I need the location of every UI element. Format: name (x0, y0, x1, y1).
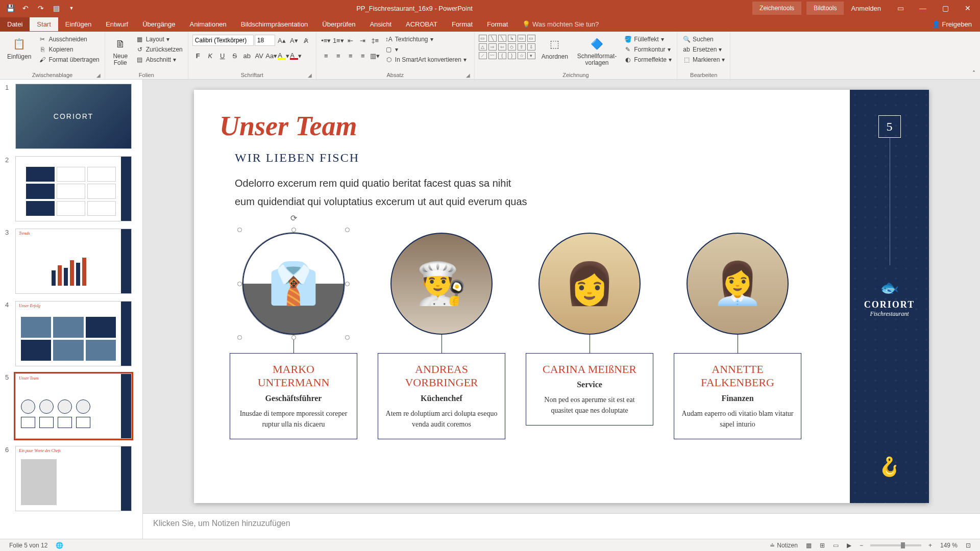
notes-pane[interactable]: Klicken Sie, um Notizen hinzuzufügen (143, 513, 980, 539)
shape-rect2-icon[interactable]: ▭ (518, 35, 526, 42)
team-info-box-4[interactable]: ANNETTE FALKENBERG Finanzen Audam eaperr… (674, 353, 801, 439)
tab-format-drawing[interactable]: Format (445, 17, 480, 31)
tab-animations[interactable]: Animationen (183, 17, 234, 31)
sorter-view-button[interactable]: ⊞ (816, 542, 829, 549)
slideshow-icon[interactable]: ▤ (50, 2, 62, 14)
strikethrough-button[interactable]: S (229, 50, 240, 61)
shape-arrow-icon[interactable]: ⇨ (488, 43, 497, 51)
shape-brace-icon[interactable]: { (498, 52, 506, 59)
columns-button[interactable]: ▥▾ (370, 50, 381, 61)
tab-slideshow[interactable]: Bildschirmpräsentation (234, 17, 315, 31)
thumbnail-5[interactable]: 5 Unser Team (5, 373, 137, 439)
slideshow-view-button[interactable]: ▶ (843, 542, 855, 549)
maximize-icon[interactable]: ▢ (935, 0, 955, 16)
contextual-tab-drawing[interactable]: Zeichentools (752, 2, 801, 15)
resize-handle[interactable] (291, 335, 296, 340)
fit-to-window-button[interactable]: ⊡ (962, 542, 975, 549)
quick-styles-button[interactable]: 🔷 Schnellformat- vorlagen (574, 35, 620, 67)
highlight-button[interactable]: A▾ (278, 50, 289, 61)
increase-indent-button[interactable]: ⇥ (357, 35, 369, 46)
canvas-scroll[interactable]: Unser Team WIR LIEBEN FISCH Odelorro exc… (143, 80, 980, 513)
minimize-icon[interactable]: — (913, 0, 933, 16)
numbering-button[interactable]: 1≡▾ (333, 35, 344, 46)
new-slide-button[interactable]: 🗎 Neue Folie (109, 35, 132, 67)
decrease-indent-button[interactable]: ⇤ (345, 35, 356, 46)
team-photo-3[interactable]: 👩 (538, 233, 641, 335)
decrease-font-button[interactable]: A▾ (288, 35, 300, 46)
shape-effects-button[interactable]: ◐Formeffekte ▾ (623, 55, 673, 64)
reset-button[interactable]: ↺Zurücksetzen (135, 45, 184, 54)
find-button[interactable]: 🔍Suchen (681, 35, 726, 44)
resize-handle[interactable] (291, 228, 296, 232)
resize-handle[interactable] (345, 282, 350, 286)
shape-gallery[interactable]: ▭╲╲↳▭▭ △⇨⇦◇⇧⇩ ⟋〰{}☆▾ (479, 35, 535, 59)
underline-button[interactable]: U (217, 50, 228, 61)
shape-more-icon[interactable]: ▾ (527, 52, 535, 59)
text-direction-button[interactable]: ↕ATextrichtung ▾ (384, 35, 468, 44)
tab-file[interactable]: Datei (0, 17, 30, 31)
tab-view[interactable]: Ansicht (362, 17, 399, 31)
team-info-box-3[interactable]: CARINA MEIßNER Service Non ped eos aperu… (526, 353, 653, 425)
justify-button[interactable]: ≡ (357, 50, 369, 61)
normal-view-button[interactable]: ▦ (802, 542, 816, 549)
tab-review[interactable]: Überprüfen (315, 17, 362, 31)
save-icon[interactable]: 💾 (4, 2, 16, 14)
zoom-out-button[interactable]: − (855, 542, 867, 549)
close-icon[interactable]: ✕ (958, 0, 978, 16)
font-size-input[interactable] (255, 35, 275, 46)
tab-acrobat[interactable]: ACROBAT (399, 17, 445, 31)
align-left-button[interactable]: ≡ (321, 50, 332, 61)
slide-thumbnail-panel[interactable]: 1 CORIORT 2 3 Trends 4 Unser Erfolg 5 Un… (0, 80, 143, 539)
reading-view-button[interactable]: ▭ (829, 542, 843, 549)
qat-dropdown-icon[interactable]: ▼ (65, 2, 78, 14)
shape-star-icon[interactable]: ☆ (518, 52, 526, 59)
slide-canvas[interactable]: Unser Team WIR LIEBEN FISCH Odelorro exc… (194, 90, 929, 503)
resize-handle[interactable] (345, 335, 350, 340)
section-button[interactable]: ▤Abschnitt ▾ (135, 55, 184, 64)
format-painter-button[interactable]: 🖌Format übertragen (37, 55, 100, 64)
tab-start[interactable]: Start (30, 17, 58, 31)
tell-me[interactable]: 💡 Was möchten Sie tun? (515, 17, 606, 31)
shape-line-icon[interactable]: ╲ (488, 35, 497, 42)
align-text-button[interactable]: ▢ ▾ (384, 45, 468, 54)
shape-brace2-icon[interactable]: } (508, 52, 516, 59)
shadow-button[interactable]: ab (241, 50, 253, 61)
shape-freeform-icon[interactable]: 〰 (488, 52, 497, 59)
team-photo-4[interactable]: 👩‍💼 (687, 233, 789, 335)
select-button[interactable]: ⬚Markieren ▾ (681, 55, 726, 64)
layout-button[interactable]: ▦Layout ▾ (135, 35, 184, 44)
smartart-button[interactable]: ⬡In SmartArt konvertieren ▾ (384, 55, 468, 64)
team-photo-2[interactable]: 👨‍🍳 (390, 233, 493, 335)
resize-handle[interactable] (237, 335, 242, 340)
shape-rect-icon[interactable]: ▭ (479, 35, 487, 42)
shape-arrow2-icon[interactable]: ⇦ (498, 43, 506, 51)
shape-line2-icon[interactable]: ╲ (498, 35, 506, 42)
tab-insert[interactable]: Einfügen (58, 17, 99, 31)
team-info-box-1[interactable]: MARKO UNTERMANN Geschäftsführer Inusdae … (230, 353, 357, 439)
share-button[interactable]: 👤 Freigeben (932, 20, 972, 28)
paste-button[interactable]: 📋 Einfügen (4, 35, 34, 61)
tab-design[interactable]: Entwurf (99, 17, 135, 31)
zoom-level[interactable]: 149 % (936, 542, 962, 549)
line-spacing-button[interactable]: ‡≡ (370, 35, 381, 46)
resize-handle[interactable] (237, 282, 242, 286)
thumbnail-2[interactable]: 2 (5, 156, 137, 221)
case-button[interactable]: Aa▾ (266, 50, 277, 61)
italic-button[interactable]: K (205, 50, 216, 61)
thumbnail-6[interactable]: 6 Ein paar Worte des Chefs (5, 446, 137, 511)
slide-body-text[interactable]: Odelorro excerum rem quid quatio beritat… (235, 174, 643, 211)
shape-fill-button[interactable]: 🪣Fülleffekt ▾ (623, 35, 673, 44)
resize-handle[interactable] (345, 228, 350, 232)
bold-button[interactable]: F (192, 50, 204, 61)
redo-icon[interactable]: ↷ (35, 2, 47, 14)
team-info-box-2[interactable]: ANDREAS VORBRINGER Küchenchef Atem re do… (378, 353, 505, 439)
dialog-launcher-icon[interactable]: ◢ (96, 72, 101, 78)
signin-link[interactable]: Anmelden (844, 5, 888, 12)
zoom-in-button[interactable]: + (924, 542, 936, 549)
bullets-button[interactable]: •≡▾ (321, 35, 332, 46)
rotate-handle-icon[interactable]: ⟳ (290, 213, 297, 223)
cut-button[interactable]: ✂Ausschneiden (37, 35, 100, 44)
slide-title[interactable]: Unser Team (219, 110, 357, 142)
contextual-tab-picture[interactable]: Bildtools (806, 2, 844, 15)
thumbnail-3[interactable]: 3 Trends (5, 229, 137, 294)
